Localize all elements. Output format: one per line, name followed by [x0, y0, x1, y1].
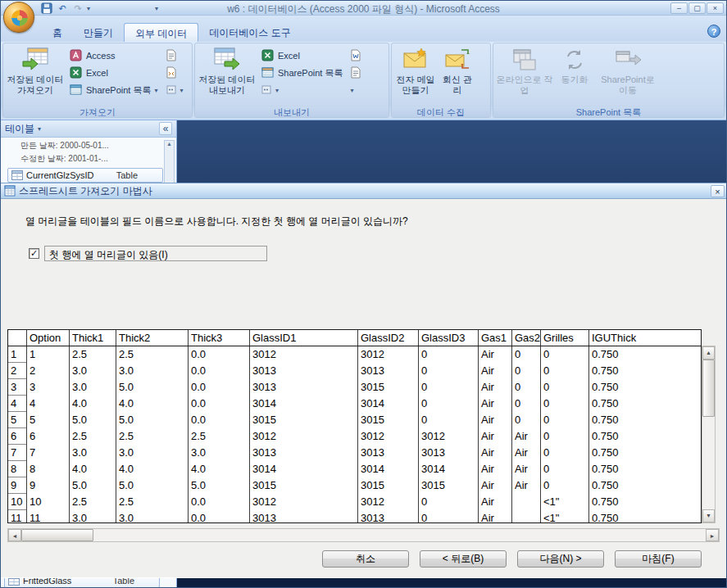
grid-cell: 0.750 [588, 445, 701, 461]
vertical-scroll-track[interactable] [702, 360, 715, 509]
check-icon: ✓ [30, 248, 38, 258]
grid-cell: 3014 [357, 461, 418, 477]
redo-icon[interactable]: ↷ [71, 2, 84, 15]
grid-column-header[interactable]: IGUThick [588, 330, 701, 346]
grid-cell: 3013 [418, 445, 478, 461]
vertical-scroll-thumb[interactable] [702, 360, 715, 417]
preview-grid-area: OptionThick1Thick2Thick3GlassID1GlassID2… [7, 329, 702, 523]
ribbon-group-import: 저장된 데이터 가져오기 Access Excel [2, 43, 193, 118]
import-excel-button[interactable]: Excel [66, 65, 161, 81]
grid-cell: 0 [540, 477, 588, 494]
grid-column-header[interactable]: Thick3 [188, 330, 249, 346]
scroll-right-icon[interactable]: ► [706, 529, 719, 541]
horizontal-scroll-track[interactable] [21, 529, 706, 541]
back-button[interactable]: < 뒤로(B) [420, 550, 507, 568]
finish-button[interactable]: 마침(F) [615, 550, 702, 568]
minimize-icon[interactable]: ‒ [670, 2, 688, 14]
close-window-icon[interactable]: × [707, 2, 724, 14]
nav-scrollbar[interactable]: ▲ [164, 140, 175, 188]
grid-cell: Air [511, 445, 540, 461]
saved-exports-button[interactable]: 저장된 데이터 내보내기 [198, 45, 257, 96]
nav-item-modified-date: 수정한 날짜: 2001-01-... [7, 152, 173, 165]
import-text-file-button[interactable] [163, 47, 186, 64]
ribbon-group-collect-data: 전자 메일 만들기 회신 관리 데이터 수집 [391, 43, 491, 118]
help-icon[interactable]: ? [707, 25, 720, 38]
undo-icon[interactable]: ↶ [56, 2, 69, 15]
export-sharepoint-label: SharePoint 목록 [278, 67, 343, 79]
next-button[interactable]: 다음(N) > [517, 550, 604, 568]
manage-replies-button[interactable]: 회신 관리 [438, 45, 476, 96]
grid-cell: Air [478, 363, 511, 379]
scroll-up-icon[interactable]: ▲ [702, 346, 715, 360]
import-sharepoint-button[interactable]: SharePoint 목록 ▾ [66, 82, 161, 98]
export-word-button[interactable] [348, 47, 366, 64]
grid-cell: 0.0 [188, 510, 249, 523]
grid-cell: 6 [26, 428, 69, 445]
tab-external-data[interactable]: 외부 데이터 [124, 23, 198, 42]
tab-create[interactable]: 만들기 [73, 23, 124, 42]
grid-row: 995.05.05.0301530153015AirAir00.750 [8, 477, 701, 494]
work-online-button[interactable]: 온라인으로 작업 [496, 45, 553, 96]
grid-row: 11113.03.00.0301330130Air<1"0.750 [8, 510, 701, 523]
synchronize-button[interactable]: 동기화 [555, 45, 594, 85]
grid-row: 10102.52.50.0301230120Air<1"0.750 [8, 494, 701, 510]
grid-body: 112.52.50.0301230120Air000.750223.03.00.… [8, 346, 701, 523]
grid-cell: 5.0 [188, 477, 249, 494]
saved-imports-button[interactable]: 저장된 데이터 가져오기 [6, 45, 65, 96]
import-access-button[interactable]: Access [66, 47, 161, 64]
horizontal-scroll-thumb[interactable] [21, 529, 93, 541]
import-xml-file-button[interactable] [163, 65, 186, 81]
export-more-button[interactable]: ▾ [348, 82, 366, 98]
create-email-button[interactable]: 전자 메일 만들기 [394, 45, 437, 96]
chevron-down-icon[interactable]: ▾ [38, 125, 41, 133]
scroll-left-icon[interactable]: ◄ [8, 529, 21, 541]
wizard-close-icon[interactable]: × [711, 185, 725, 197]
grid-column-header[interactable]: Option [26, 330, 69, 346]
grid-row-number: 4 [8, 396, 26, 412]
grid-column-header[interactable]: Grilles [540, 330, 588, 346]
group-label-collect-data: 데이터 수집 [392, 106, 490, 117]
scroll-down-icon[interactable]: ▼ [702, 509, 715, 522]
grid-column-header[interactable]: GlassID2 [357, 330, 418, 346]
work-online-label: 온라인으로 작업 [496, 75, 553, 96]
export-sharepoint-button[interactable]: SharePoint 목록 [258, 65, 346, 81]
more-formats-icon [261, 84, 274, 97]
export-excel-button[interactable]: Excel [258, 47, 346, 64]
office-button[interactable] [3, 2, 34, 33]
navigation-pane-header[interactable]: 테이블 ▾ « [1, 120, 176, 138]
grid-vertical-scrollbar[interactable]: ▲ ▼ [702, 346, 716, 523]
grid-column-header[interactable]: GlassID3 [418, 330, 478, 346]
import-access-label: Access [86, 51, 115, 61]
save-icon[interactable] [40, 2, 53, 15]
more-export-formats-button[interactable]: ▾ [258, 82, 346, 98]
scroll-up-icon[interactable]: ▲ [166, 141, 172, 147]
window-controls: ‒ ▢ × [670, 2, 724, 14]
chevron-down-icon: ▾ [180, 87, 184, 94]
grid-cell: 0.0 [188, 494, 249, 510]
customize-qat-icon[interactable]: ▾ [155, 5, 158, 12]
redo-dropdown-icon[interactable]: ▾ [87, 5, 90, 12]
grid-horizontal-scrollbar[interactable]: ◄ ► [7, 528, 720, 542]
tab-database-tools[interactable]: 데이터베이스 도구 [198, 23, 301, 42]
grid-column-header[interactable]: Gas2 [511, 330, 540, 346]
export-text-file-button[interactable] [348, 65, 366, 81]
grid-cell: 3013 [357, 510, 418, 523]
grid-column-header[interactable]: Gas1 [478, 330, 511, 346]
grid-column-header[interactable]: Thick2 [116, 330, 188, 346]
tab-home[interactable]: 홈 [42, 23, 73, 42]
import-excel-label: Excel [86, 68, 108, 78]
grid-column-header[interactable]: GlassID1 [249, 330, 357, 346]
maximize-icon[interactable]: ▢ [688, 2, 706, 14]
nav-item-currentglzsysid[interactable]: CurrentGlzSysID Table [7, 168, 163, 183]
first-row-headers-checkbox[interactable]: ✓ [29, 248, 39, 259]
grid-cell: Air [511, 428, 540, 445]
move-to-sharepoint-button[interactable]: SharePoint로 이동 [596, 45, 660, 96]
collapse-pane-icon[interactable]: « [159, 122, 172, 135]
first-row-headers-label[interactable]: 첫 행에 열 머리글이 있음(I) [44, 246, 267, 261]
more-import-formats-button[interactable]: ▾ [163, 82, 186, 98]
nav-list: 만든 날짜: 2000-05-01... 수정한 날짜: 2001-01-...… [1, 138, 176, 183]
xml-file-icon [166, 66, 179, 79]
grid-column-header[interactable]: Thick1 [69, 330, 116, 346]
grid-cell: 3012 [249, 346, 357, 363]
cancel-button[interactable]: 취소 [322, 550, 409, 568]
